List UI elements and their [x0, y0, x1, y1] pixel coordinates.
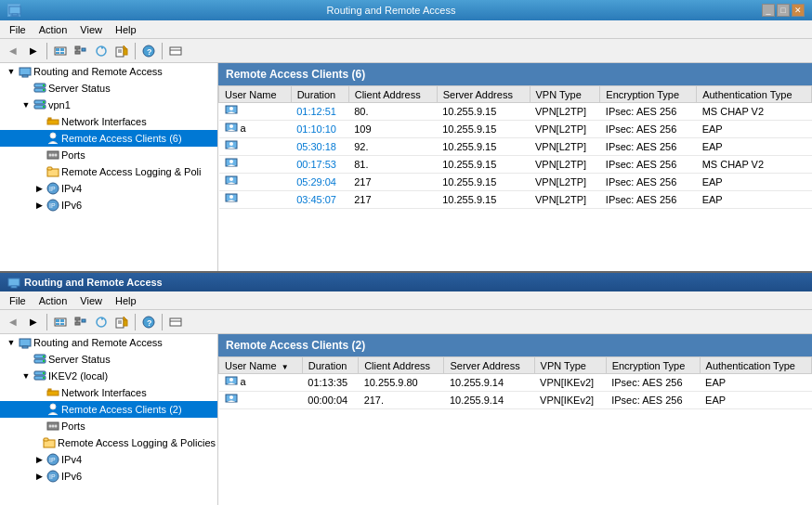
network-interfaces-icon [46, 115, 59, 128]
table-header-row-bottom: User Name ▼ Duration Client Address Serv… [219, 357, 812, 374]
table-container-top[interactable]: User Name Duration Client Address Server… [218, 85, 812, 271]
maximize-btn[interactable]: □ [777, 4, 790, 17]
col-username-bottom: User Name ▼ [219, 357, 303, 374]
help-btn-top[interactable]: ? [139, 42, 158, 60]
tree-label-logging2: Remote Access Logging & Policies [58, 437, 216, 448]
svg-point-37 [52, 154, 55, 157]
content-header-top: Remote Access Clients (6) [218, 63, 812, 85]
menu-view-top[interactable]: View [74, 22, 108, 37]
tree-item-rac[interactable]: Remote Access Clients (6) [0, 130, 217, 147]
svg-rect-22 [20, 68, 31, 75]
expand-ipv4[interactable]: ▶ [33, 183, 45, 194]
up-btn-top[interactable] [51, 42, 70, 60]
tree-item-ipv6[interactable]: ▶ IP IPv6 [0, 197, 217, 214]
menu-action-bottom[interactable]: Action [33, 293, 73, 308]
tree-label-ni: Network Interfaces [61, 116, 147, 127]
table-row[interactable]: 00:17:53 81. 10.255.9.15 VPN[L2TP] IPsec… [219, 156, 812, 174]
table-row[interactable]: 01:12:51 80. 10.255.9.15 VPN[L2TP] IPsec… [219, 103, 812, 121]
sort-arrow: ▼ [282, 363, 289, 371]
table-row[interactable]: 05:29:04 217 10.255.9.15 VPN[L2TP] IPsec… [219, 174, 812, 191]
tree-item-server-status[interactable]: Server Status [0, 80, 217, 97]
expand-ikev2[interactable]: ▼ [20, 370, 32, 382]
tree-label-ss2: Server Status [48, 354, 111, 365]
svg-text:?: ? [147, 318, 152, 328]
tree-item-server-status2[interactable]: Server Status [0, 351, 217, 368]
tree-btn-top[interactable] [72, 42, 90, 60]
expand-ss2 [20, 354, 32, 365]
tree-label-ikev2: IKEV2 (local) [48, 370, 108, 382]
back-btn-top[interactable]: ◀ [4, 42, 22, 60]
tree-item-network-interfaces[interactable]: Network Interfaces [0, 113, 217, 130]
back-btn-bottom[interactable]: ◀ [4, 313, 22, 331]
extra-btn-top[interactable] [166, 42, 185, 60]
menu-help-top[interactable]: Help [110, 22, 142, 37]
menu-file-bottom[interactable]: File [4, 293, 32, 308]
ipv6-icon2: IP [46, 470, 59, 483]
tree-item-root[interactable]: ▼ Routing and Remote Access [0, 63, 217, 80]
svg-rect-73 [124, 320, 127, 326]
tree-item-rac2[interactable]: Remote Access Clients (2) [0, 401, 217, 418]
svg-rect-32 [47, 120, 59, 124]
cell-server-addr: 10.255.9.15 [437, 138, 530, 156]
close-btn[interactable]: ✕ [792, 4, 805, 17]
tree-item-ni2[interactable]: Network Interfaces [0, 384, 217, 401]
table-row[interactable]: 05:30:18 92. 10.255.9.15 VPN[L2TP] IPsec… [219, 138, 812, 156]
user-icon-rac [46, 132, 59, 145]
export-btn-top[interactable] [112, 42, 131, 60]
col-duration-bottom: Duration [302, 357, 358, 374]
expand-root2[interactable]: ▼ [6, 337, 17, 348]
tree-item-ipv6-2[interactable]: ▶ IP IPv6 [0, 468, 217, 485]
table-container-bottom[interactable]: User Name ▼ Duration Client Address Serv… [218, 356, 812, 505]
tree-item-root2[interactable]: ▼ Routing and Remote Access [0, 334, 217, 351]
expand-ipv4-2[interactable]: ▶ [33, 454, 45, 465]
table-row[interactable]: a 01:13:35 10.255.9.80 10.255.9.14 VPN[I… [219, 374, 812, 392]
main-content-bottom: ▼ Routing and Remote Access Server Statu… [0, 334, 812, 505]
expand-ipv6[interactable]: ▶ [33, 200, 45, 211]
svg-rect-58 [11, 286, 17, 288]
ipv4-icon: IP [46, 182, 59, 195]
cell-client-addr: 217 [348, 191, 437, 209]
tree-item-ports2[interactable]: Ports [0, 418, 217, 434]
tree-btn-bottom[interactable] [72, 313, 90, 331]
svg-rect-4 [56, 48, 59, 51]
menu-help-bottom[interactable]: Help [110, 293, 142, 308]
expand-root[interactable]: ▼ [6, 66, 17, 77]
table-row[interactable]: 03:45:07 217 10.255.9.15 VPN[L2TP] IPsec… [219, 191, 812, 209]
tree-item-ikev2[interactable]: ▼ IKEV2 (local) [0, 368, 217, 384]
table-row[interactable]: 00:00:04 217. 10.255.9.14 VPN[IKEv2] IPs… [219, 392, 812, 409]
forward-btn-bottom[interactable]: ▶ [24, 313, 43, 331]
col-auth-type-top: Authentication Type [697, 86, 812, 103]
minimize-btn[interactable]: _ [762, 4, 775, 17]
tree-item-logging2[interactable]: Remote Access Logging & Policies [0, 434, 217, 451]
cell-auth-type: MS CHAP V2 [697, 156, 812, 174]
up-btn-bottom[interactable] [51, 313, 70, 331]
menu-view-bottom[interactable]: View [74, 293, 108, 308]
cell-auth-type: EAP [697, 121, 812, 138]
svg-rect-67 [82, 319, 85, 322]
refresh-btn-top[interactable] [92, 42, 111, 60]
extra-btn-bottom[interactable] [166, 313, 185, 331]
forward-btn-top[interactable]: ▶ [24, 42, 43, 60]
export-btn-bottom[interactable] [112, 313, 131, 331]
expand-ipv6-2[interactable]: ▶ [33, 471, 45, 482]
svg-rect-60 [56, 319, 59, 322]
table-row[interactable]: a 01:10:10 109 10.255.9.15 VPN[L2TP] IPs… [219, 121, 812, 138]
tree-item-ipv4-2[interactable]: ▶ IP IPv4 [0, 451, 217, 468]
tree-label-root2: Routing and Remote Access [33, 337, 163, 348]
svg-text:IP: IP [49, 457, 56, 463]
tree-item-vpn1[interactable]: ▼ vpn1 [0, 97, 217, 113]
help-btn-bottom[interactable]: ? [139, 313, 158, 331]
content-panel-top: Remote Access Clients (6) User Name Dura… [218, 63, 812, 271]
tree-item-ports[interactable]: Ports [0, 147, 217, 163]
menu-file-top[interactable]: File [4, 22, 32, 37]
tree-item-logging[interactable]: Remote Access Logging & Poli [0, 163, 217, 180]
cell-duration: 01:12:51 [291, 103, 348, 121]
refresh-btn-bottom[interactable] [92, 313, 111, 331]
tree-item-ipv4[interactable]: ▶ IP IPv4 [0, 180, 217, 197]
col-enc-type-bottom: Encryption Type [606, 357, 700, 374]
expand-vpn1[interactable]: ▼ [20, 99, 32, 110]
svg-point-92 [49, 425, 52, 428]
menu-action-top[interactable]: Action [33, 22, 73, 37]
cell-duration: 05:30:18 [291, 138, 348, 156]
expand-ports2 [33, 421, 45, 432]
